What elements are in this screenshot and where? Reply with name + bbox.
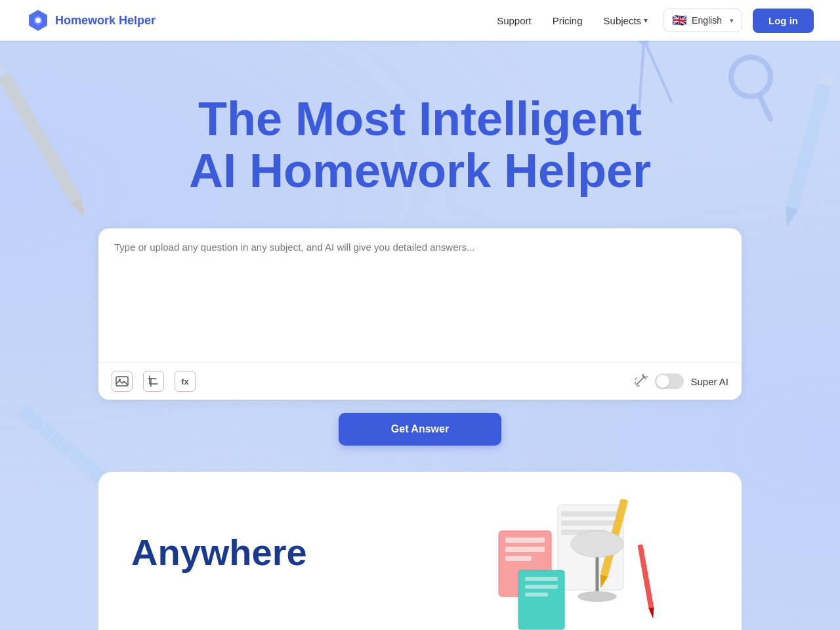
logo-icon — [26, 9, 50, 32]
language-label: English — [692, 15, 722, 26]
hero-title-line2: AI Homework Helper — [189, 144, 651, 197]
flag-icon: 🇬🇧 — [672, 13, 686, 28]
bottom-section: Anywhere — [72, 472, 768, 630]
hero-title-line1: The Most Intelligent — [198, 93, 642, 145]
get-answer-container: Get Answer — [0, 413, 840, 446]
svg-rect-39 — [561, 511, 620, 516]
toolbar-left: fx — [112, 371, 196, 392]
anywhere-text: Anywhere — [118, 492, 307, 574]
login-button[interactable]: Log in — [753, 9, 814, 33]
svg-rect-40 — [561, 520, 620, 526]
hero-section: The Most Intelligent AI Homework Helper — [0, 41, 840, 228]
super-ai-toggle[interactable] — [655, 373, 684, 389]
support-link[interactable]: Support — [497, 15, 532, 26]
question-box-container: fx Super AI — [72, 228, 768, 400]
logo-link[interactable]: Homework Helper — [26, 9, 156, 32]
svg-point-45 — [571, 531, 623, 557]
magic-wand-icon — [634, 373, 648, 387]
nav-links: Support Pricing Subjects ▾ — [497, 15, 648, 26]
subjects-dropdown[interactable]: Subjects ▾ — [604, 15, 648, 26]
lang-chevron-icon: ▾ — [730, 16, 734, 25]
toolbar-right: Super AI — [634, 373, 728, 390]
svg-point-24 — [35, 18, 41, 23]
svg-rect-54 — [525, 593, 548, 597]
svg-point-46 — [578, 591, 617, 602]
subjects-label: Subjects — [604, 15, 642, 26]
svg-marker-56 — [648, 608, 656, 620]
svg-rect-48 — [505, 537, 545, 543]
pricing-link[interactable]: Pricing — [553, 15, 583, 26]
get-answer-button[interactable]: Get Answer — [339, 413, 501, 446]
question-toolbar: fx Super AI — [98, 362, 742, 400]
svg-line-33 — [635, 378, 637, 379]
svg-rect-50 — [505, 556, 532, 561]
svg-rect-53 — [525, 585, 558, 589]
logo-text: Homework Helper — [55, 14, 156, 28]
formula-label: fx — [181, 377, 189, 387]
bottom-card: Anywhere — [98, 472, 742, 630]
svg-line-31 — [637, 377, 644, 385]
svg-line-11 — [78, 456, 87, 466]
language-selector[interactable]: 🇬🇧 English ▾ — [663, 9, 742, 32]
formula-button[interactable]: fx — [175, 371, 196, 392]
svg-rect-25 — [116, 377, 128, 386]
navbar: Homework Helper Support Pricing Subjects… — [0, 0, 840, 41]
hero-title: The Most Intelligent AI Homework Helper — [26, 93, 814, 197]
super-ai-icon[interactable] — [634, 373, 648, 390]
subjects-chevron-icon: ▾ — [644, 16, 648, 25]
crop-button[interactable] — [143, 371, 164, 392]
question-input[interactable] — [98, 228, 742, 360]
question-box: fx Super AI — [98, 228, 742, 400]
image-upload-button[interactable] — [112, 371, 133, 392]
svg-line-10 — [68, 448, 77, 457]
svg-rect-55 — [637, 544, 654, 610]
svg-rect-52 — [525, 577, 558, 581]
svg-rect-49 — [505, 547, 545, 552]
crop-icon — [147, 375, 160, 388]
stationery-illustration — [466, 492, 676, 630]
super-ai-label: Super AI — [690, 376, 728, 387]
image-icon — [116, 375, 129, 388]
